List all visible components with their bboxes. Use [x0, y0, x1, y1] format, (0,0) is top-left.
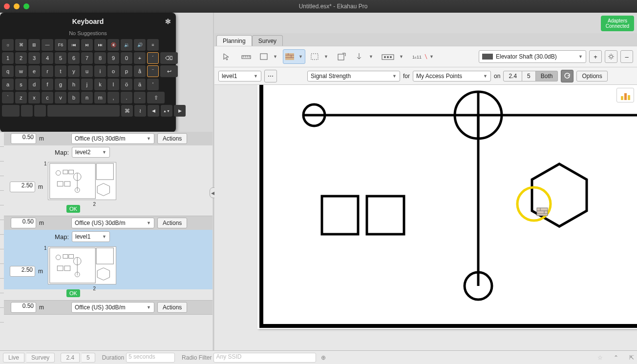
remove-material-button[interactable]: – — [620, 50, 633, 63]
key-y[interactable]: y — [68, 65, 80, 77]
key-7[interactable]: 7 — [81, 52, 93, 64]
map-canvas[interactable] — [214, 85, 637, 350]
key-8[interactable]: 8 — [94, 52, 106, 64]
floor-thickness-input[interactable]: 0.50 — [11, 133, 36, 144]
key-right[interactable]: ▶ — [174, 105, 186, 117]
key-t[interactable]: t — [55, 65, 66, 77]
key-l[interactable]: l — [107, 79, 119, 90]
key-p[interactable]: p — [121, 65, 132, 77]
key-v[interactable]: v — [55, 92, 66, 103]
key-updown[interactable]: ▲▼ — [161, 105, 172, 117]
key-menu[interactable]: ≡ — [147, 39, 159, 51]
key-r[interactable]: r — [42, 65, 53, 77]
adapters-connected-button[interactable]: Adapters Connected — [601, 16, 634, 31]
map-thumbnail[interactable] — [48, 246, 116, 284]
key-1[interactable]: 1 — [2, 52, 14, 64]
key-0[interactable]: 0 — [121, 52, 132, 64]
key-3[interactable]: 3 — [28, 52, 40, 64]
key-vol-up[interactable]: 🔊 — [134, 39, 146, 51]
refresh-button[interactable] — [561, 70, 573, 82]
key-o[interactable]: o — [107, 65, 119, 77]
key-prev[interactable]: ⏮ — [68, 39, 80, 51]
key-left[interactable]: ◀ — [148, 105, 159, 117]
key-accent[interactable]: ´ — [147, 52, 159, 64]
bb-survey[interactable]: Survey — [26, 353, 55, 363]
key-6[interactable]: 6 — [68, 52, 80, 64]
area-tool-dropdown[interactable]: ▼ — [257, 49, 280, 64]
auto-wall-tool-icon[interactable] — [334, 49, 350, 64]
floor-plan[interactable] — [257, 85, 637, 329]
select-tool-icon[interactable] — [218, 49, 235, 64]
key-minus[interactable]: - — [134, 92, 146, 103]
key-period[interactable]: . — [121, 92, 132, 103]
panel-divider[interactable] — [213, 13, 214, 350]
key-c[interactable]: c — [42, 92, 53, 103]
scale-tool-icon[interactable] — [238, 49, 255, 64]
key-mission[interactable]: ⌘ — [15, 39, 27, 51]
key-apps[interactable]: ⊞ — [28, 39, 40, 51]
key-blank2[interactable] — [21, 105, 33, 117]
duration-select[interactable]: 5 seconds — [126, 353, 175, 363]
key-w[interactable]: w — [15, 65, 27, 77]
map-select[interactable]: level2▼ — [72, 147, 110, 158]
key-b[interactable]: b — [68, 92, 80, 103]
key-plus[interactable]: + — [134, 52, 146, 64]
key-ao[interactable]: å — [134, 65, 146, 77]
floor-options-button[interactable]: ⋯ — [264, 70, 277, 82]
key-return[interactable]: ↩ — [160, 65, 178, 77]
floor-material-select[interactable]: Office (US) 30dB/m▼ — [71, 133, 154, 144]
key-oe[interactable]: ö — [121, 79, 132, 90]
close-window-button[interactable] — [4, 3, 10, 9]
floor-thickness-input[interactable]: 0.50 — [11, 218, 36, 228]
key-m[interactable]: m — [94, 92, 106, 103]
key-blank1[interactable] — [2, 105, 20, 117]
key-f6[interactable]: F6 — [55, 39, 66, 51]
tab-survey[interactable]: Survey — [252, 35, 283, 46]
zoom-in-icon[interactable]: ⊕ — [318, 353, 329, 363]
key-9[interactable]: 9 — [107, 52, 119, 64]
floor-actions-button[interactable]: Actions — [157, 302, 187, 313]
aps-select[interactable]: My Access Points▼ — [413, 71, 491, 81]
key-u[interactable]: u — [81, 65, 93, 77]
key-cmd[interactable]: ⌘ — [121, 105, 133, 117]
key-z[interactable]: z — [15, 92, 27, 103]
zoom-window-button[interactable] — [23, 3, 29, 9]
star-icon[interactable]: ☆ — [597, 354, 603, 361]
attenuation-area-dropdown[interactable]: ▼ — [308, 49, 331, 64]
key-s[interactable]: s — [15, 79, 27, 90]
key-apos[interactable]: ' — [147, 79, 159, 90]
popout-icon[interactable]: ⇱ — [629, 354, 634, 361]
key-next[interactable]: ⏭ — [94, 39, 106, 51]
bb-band-24[interactable]: 2.4 — [61, 353, 80, 363]
key-d[interactable]: d — [28, 79, 40, 90]
wall-tool-dropdown[interactable]: ▼ — [283, 49, 305, 64]
band-24-button[interactable]: 2.4 — [503, 71, 522, 81]
floor-actions-button[interactable]: Actions — [157, 218, 187, 228]
key-space[interactable] — [47, 105, 120, 117]
key-blank3[interactable] — [34, 105, 46, 117]
keyboard-settings-icon[interactable]: ✻ — [165, 18, 171, 25]
edit-tool-dropdown[interactable]: ▼ — [353, 49, 376, 64]
bb-live[interactable]: Live — [3, 353, 24, 363]
key-mute[interactable]: 🔇 — [107, 39, 119, 51]
key-a[interactable]: a — [2, 79, 14, 90]
key-play[interactable]: ⏯ — [81, 39, 93, 51]
floor-material-select[interactable]: Office (US) 30dB/m▼ — [71, 302, 154, 313]
minimize-window-button[interactable] — [14, 3, 20, 9]
ceiling-height-input[interactable]: 2.50 — [10, 266, 35, 277]
collapse-up-icon[interactable]: ⌃ — [614, 354, 618, 361]
ap-tool-dropdown[interactable]: ▼ — [379, 49, 406, 64]
key-2[interactable]: 2 — [15, 52, 27, 64]
key-4[interactable]: 4 — [42, 52, 53, 64]
map-thumbnail[interactable] — [48, 162, 116, 200]
key-tick[interactable]: ` — [2, 92, 14, 103]
key-x[interactable]: x — [28, 92, 40, 103]
material-settings-button[interactable] — [605, 50, 617, 63]
key-k[interactable]: k — [94, 79, 106, 90]
floor-select[interactable]: level1▼ — [218, 71, 261, 81]
key-backspace[interactable]: ⌫ — [160, 52, 178, 64]
channel-tool-dropdown[interactable]: 1₆11▼ — [409, 49, 436, 64]
key-q[interactable]: q — [2, 65, 14, 77]
key-h[interactable]: h — [68, 79, 80, 90]
floor-actions-button[interactable]: Actions — [157, 133, 187, 144]
